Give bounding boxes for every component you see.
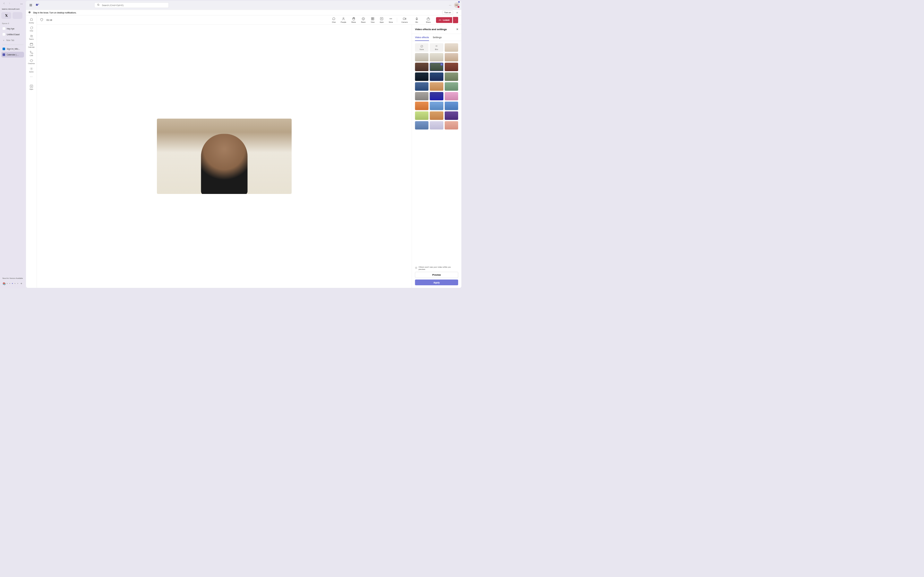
preview-button[interactable]: Preview	[415, 272, 459, 278]
effect-bg[interactable]	[445, 73, 458, 81]
shield-icon[interactable]	[40, 18, 43, 22]
teams-logo-icon[interactable]: T	[36, 3, 39, 7]
svg-point-8	[31, 6, 32, 6]
pinned-tab-x[interactable]: 𝕏	[1, 12, 11, 19]
effect-blur[interactable]: Blur	[430, 43, 443, 52]
effect-bg[interactable]	[415, 73, 429, 81]
space-label[interactable]: Space 3	[1, 21, 24, 26]
close-icon[interactable]: ✕	[456, 28, 459, 31]
camera-button[interactable]: Camera	[399, 16, 410, 24]
new-tab-button[interactable]: ＋New Tab	[1, 37, 24, 43]
arc-tab-signin[interactable]: Sign In | Mic...	[1, 46, 24, 52]
chat-button[interactable]: Chat	[330, 16, 338, 24]
apply-button[interactable]: Apply	[415, 279, 459, 285]
apps-button[interactable]: Apps	[377, 16, 386, 24]
raise-button[interactable]: Raise	[349, 16, 358, 24]
arc-tab-easel[interactable]: Untitled Easel	[1, 31, 24, 37]
arc-bottom-bar: 📚 ＋	[1, 280, 24, 287]
svg-point-0	[30, 4, 30, 5]
pinned-tab-blank[interactable]	[13, 12, 23, 19]
effect-bg[interactable]	[445, 53, 458, 61]
rail-more[interactable]: ⋯	[26, 74, 37, 80]
leave-button[interactable]: Leave	[436, 17, 452, 23]
back-icon[interactable]	[3, 2, 5, 5]
rail-onedrive[interactable]: OneDrive	[26, 58, 37, 66]
share-button[interactable]: Share	[424, 16, 433, 24]
svg-point-2	[31, 4, 32, 5]
svg-point-16	[31, 35, 31, 36]
plus-icon: ＋	[3, 39, 5, 42]
effect-bg[interactable]	[445, 121, 458, 129]
effect-bg[interactable]	[430, 102, 443, 110]
svg-point-32	[391, 19, 392, 19]
rail-admin[interactable]: Admin	[26, 66, 37, 74]
effect-bg[interactable]	[415, 111, 429, 119]
view-button[interactable]: View	[368, 16, 377, 24]
rail-chat[interactable]: Chat	[26, 25, 37, 33]
svg-point-14	[29, 12, 30, 12]
effect-bg[interactable]	[430, 73, 443, 81]
rail-activity[interactable]: Activity	[26, 17, 37, 25]
rail-apps[interactable]: Apps	[26, 83, 37, 92]
plus-icon[interactable]: ＋	[20, 282, 23, 285]
svg-point-21	[343, 18, 344, 19]
effect-bg[interactable]	[415, 102, 429, 110]
leave-chevron-icon[interactable]	[453, 17, 459, 23]
svg-rect-18	[30, 43, 33, 45]
effect-bg[interactable]	[445, 43, 458, 52]
effect-bg[interactable]	[430, 92, 443, 100]
effect-bg[interactable]	[445, 82, 458, 90]
tab-video-effects[interactable]: Video effects	[415, 34, 429, 41]
effect-bg[interactable]	[430, 121, 443, 129]
camera-chevron-icon[interactable]	[410, 19, 412, 21]
rail-teams[interactable]: Teams	[26, 33, 37, 41]
preview-note-text: Others won't see your video while you pr…	[419, 266, 459, 270]
people-button[interactable]: People	[338, 16, 349, 24]
effect-bg[interactable]	[415, 92, 429, 100]
effect-bg[interactable]	[430, 53, 443, 61]
teams-window: T ⋯ DE Stay in the know. Turn on desktop…	[26, 1, 461, 288]
effect-bg[interactable]	[415, 63, 429, 71]
effect-bg[interactable]	[445, 111, 458, 119]
more-icon[interactable]: ⋯	[449, 3, 451, 7]
more-icon[interactable]: ⋯	[20, 2, 23, 5]
app-launcher-icon[interactable]	[28, 2, 34, 8]
effect-bg[interactable]	[445, 63, 458, 71]
meeting-area: 01:18 Chat People Raise React View Apps …	[37, 15, 461, 288]
close-icon[interactable]: ✕	[455, 11, 459, 14]
svg-point-41	[436, 46, 437, 47]
self-video-tile[interactable]	[157, 119, 292, 194]
mic-button[interactable]: Mic	[413, 16, 421, 24]
arc-tab-calendar[interactable]: Calendar | ...	[1, 52, 24, 58]
svg-point-7	[31, 6, 31, 6]
rail-calendar[interactable]: Calendar	[26, 41, 37, 50]
effect-none[interactable]: None	[415, 43, 429, 52]
search-bar[interactable]	[94, 3, 169, 8]
url-bar[interactable]: teams.microsoft.com	[1, 6, 24, 11]
effect-bg[interactable]	[415, 121, 429, 129]
rail-calls[interactable]: Calls	[26, 49, 37, 58]
svg-point-37	[436, 45, 436, 46]
turn-on-button[interactable]: Turn on	[443, 11, 453, 15]
person-silhouette	[201, 134, 248, 194]
effects-panel: Video effects and settings ✕ Video effec…	[412, 25, 461, 288]
search-input[interactable]	[102, 4, 166, 6]
mic-chevron-icon[interactable]	[421, 19, 423, 21]
more-button[interactable]: More	[387, 16, 395, 24]
effect-bg[interactable]	[445, 92, 458, 100]
effect-bg[interactable]	[415, 53, 429, 61]
effect-bg[interactable]	[415, 82, 429, 90]
effect-bg[interactable]	[430, 111, 443, 119]
arc-tab-heyhye[interactable]: Hey hye	[1, 26, 24, 31]
effect-bg-selected[interactable]: ✓	[430, 63, 443, 71]
effect-bg[interactable]	[430, 82, 443, 90]
library-icon[interactable]: 📚	[3, 282, 5, 285]
tab-settings[interactable]: Settings	[433, 34, 442, 41]
svg-point-31	[391, 19, 391, 19]
react-button[interactable]: React	[359, 16, 368, 24]
user-avatar[interactable]: DE	[454, 3, 459, 8]
effect-bg[interactable]	[445, 102, 458, 110]
svg-point-38	[436, 45, 437, 46]
arc-version-notice[interactable]: New Arc Version Available	[1, 276, 24, 280]
arc-sidebar: ⋯ teams.microsoft.com 𝕏 Space 3 Hey hye …	[0, 0, 25, 288]
